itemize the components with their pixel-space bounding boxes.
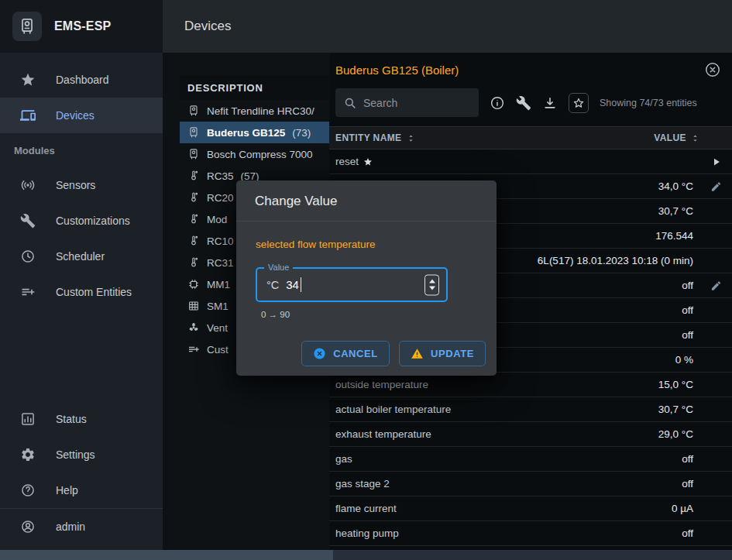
boiler-icon	[187, 105, 200, 117]
sidebar-item-settings[interactable]: Settings	[0, 437, 163, 472]
favorites-filter-toggle[interactable]	[569, 93, 589, 113]
update-button[interactable]: UPDATE	[399, 341, 486, 366]
device-name: RC31	[207, 257, 234, 269]
entity-value: off	[682, 527, 693, 539]
sort-icon[interactable]	[689, 132, 701, 144]
entity-row[interactable]: reset	[329, 149, 732, 174]
edit-pencil-icon[interactable]	[710, 180, 722, 192]
info-icon[interactable]	[490, 95, 505, 111]
value-field-label: Value	[264, 263, 293, 272]
sidebar-item-help[interactable]: Help	[0, 472, 163, 508]
cancel-circle-icon	[313, 347, 326, 360]
search-icon	[343, 96, 357, 110]
sidebar-item-scheduler[interactable]: Scheduler	[0, 239, 163, 274]
sidebar-header: EMS-ESP	[0, 0, 163, 53]
sidebar-item-dashboard[interactable]: Dashboard	[0, 62, 163, 98]
sidebar-item-admin[interactable]: admin	[0, 508, 163, 544]
value-input[interactable]: Value °C 34	[256, 267, 448, 302]
entities-summary: Showing 74/73 entities	[600, 98, 697, 108]
solar-panel-icon	[187, 300, 200, 312]
entity-value: 15,0 °C	[658, 379, 693, 390]
clock-icon	[20, 249, 36, 264]
download-icon[interactable]	[542, 95, 558, 111]
entity-row[interactable]: gas stage 2 off	[329, 472, 732, 496]
devices-icon	[20, 108, 36, 123]
entity-value: off	[682, 478, 693, 490]
scrollbar-thumb[interactable]	[0, 550, 333, 560]
device-name: MM1	[207, 279, 230, 290]
close-icon[interactable]	[704, 61, 721, 78]
search-input[interactable]	[363, 97, 464, 109]
device-name: Cust	[207, 344, 229, 356]
device-name: Buderus GB125	[207, 127, 285, 139]
device-name: Vent	[207, 322, 228, 334]
star-icon	[20, 72, 36, 88]
stepper-down-icon[interactable]	[429, 287, 435, 290]
entity-table-header: ENTITY NAME VALUE	[329, 126, 732, 149]
sidebar-item-label: Devices	[56, 109, 95, 122]
value-text: 34	[286, 278, 299, 291]
entity-value: 30,7 °C	[658, 205, 693, 217]
entity-name: gas stage 2	[335, 478, 390, 490]
entity-value: 0 µA	[672, 503, 693, 514]
fan-icon	[187, 321, 200, 334]
sidebar-item-customizations[interactable]: Customizations	[0, 203, 163, 239]
entity-value: 176.544	[655, 230, 693, 242]
sidebar-item-label: Custom Entities	[56, 286, 132, 298]
device-row-selected[interactable]: Buderus GB125 (73)	[180, 122, 329, 143]
entity-row[interactable]: actual boiler temperature 30,7 °C	[329, 397, 732, 422]
dialog-actions: CANCEL UPDATE	[236, 319, 497, 376]
value-range-hint: 0 → 90	[261, 310, 477, 319]
chart-icon	[20, 411, 36, 427]
warning-triangle-icon	[411, 347, 424, 360]
maintenance-icon[interactable]	[516, 95, 531, 111]
number-stepper[interactable]	[424, 274, 439, 295]
sidebar-item-devices[interactable]: Devices	[0, 98, 163, 133]
device-name: RC35	[207, 170, 234, 182]
gear-icon	[20, 447, 36, 462]
boiler-icon	[187, 148, 200, 160]
thermostat-icon	[187, 191, 200, 204]
search-box[interactable]	[335, 88, 479, 117]
sidebar-item-label: Dashboard	[56, 74, 109, 86]
column-entity-name: ENTITY NAME	[335, 132, 402, 143]
sidebar-nav: Dashboard Devices Modules Sensors Custom…	[0, 53, 163, 310]
sidebar-item-label: Scheduler	[56, 250, 105, 263]
dialog-body: selected flow temperature Value °C 34 0 …	[236, 222, 497, 319]
entity-row[interactable]: outside temperature 15,0 °C	[329, 373, 732, 397]
thermostat-icon	[187, 235, 200, 247]
sidebar-item-custom-entities[interactable]: Custom Entities	[0, 274, 163, 310]
sidebar-item-label: Settings	[56, 448, 95, 461]
sidebar-item-sensors[interactable]: Sensors	[0, 167, 163, 203]
star-outline-icon	[572, 97, 585, 109]
sidebar-item-label: Customizations	[56, 215, 130, 227]
panel-titlebar: Buderus GB125 (Boiler)	[329, 53, 732, 87]
favorite-star-icon	[363, 157, 373, 167]
sort-icon[interactable]	[405, 132, 417, 144]
arrow-right-icon[interactable]	[710, 156, 722, 167]
device-row[interactable]: Bosch Compress 7000	[180, 143, 329, 165]
stepper-up-icon[interactable]	[429, 280, 435, 283]
app-title: EMS-ESP	[54, 19, 111, 33]
device-entity-count: (73)	[292, 127, 311, 139]
entity-value: off	[682, 304, 693, 316]
entity-value: off	[682, 280, 693, 291]
entity-row[interactable]: flame current 0 µA	[329, 496, 732, 521]
sidebar-item-label: Help	[56, 484, 78, 496]
device-row[interactable]: Nefit Trendline HRC30/	[180, 100, 329, 122]
edit-pencil-icon[interactable]	[710, 280, 722, 291]
entity-row[interactable]: gas off	[329, 447, 732, 472]
update-label: UPDATE	[431, 348, 474, 359]
cancel-button[interactable]: CANCEL	[301, 341, 390, 366]
help-icon	[20, 483, 36, 498]
thermostat-icon	[187, 256, 200, 269]
topbar: Devices	[163, 0, 732, 53]
sidebar-item-label: admin	[56, 520, 85, 533]
entity-name: heating pump	[335, 527, 399, 539]
boiler-icon	[187, 126, 200, 139]
horizontal-scrollbar[interactable]	[0, 550, 732, 560]
entity-value: 29,0 °C	[658, 428, 693, 440]
entity-row[interactable]: exhaust temperature 29,0 °C	[329, 422, 732, 447]
entity-row[interactable]: heating pump off	[329, 521, 732, 546]
sidebar-item-status[interactable]: Status	[0, 401, 163, 437]
